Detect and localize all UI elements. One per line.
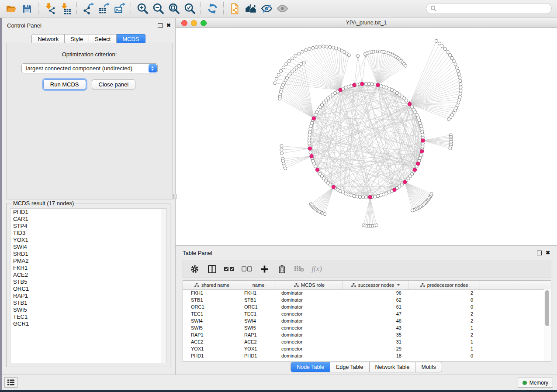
function-builder-button[interactable]: f(x) xyxy=(308,261,325,277)
table-cell: 47 xyxy=(343,311,408,316)
zoom-in-button[interactable] xyxy=(135,1,150,16)
table-row[interactable]: TEC1TEC1connector472 xyxy=(183,310,544,317)
create-column-button[interactable] xyxy=(256,261,273,277)
columns-icon xyxy=(208,265,216,273)
mcds-result-item[interactable]: YOX1 xyxy=(10,237,166,244)
save-session-button[interactable] xyxy=(19,1,35,16)
table-cell: dominator xyxy=(276,353,343,358)
mcds-result-item[interactable]: TID3 xyxy=(10,230,166,237)
table-cell: 46 xyxy=(343,318,408,323)
mcds-result-item[interactable]: STP4 xyxy=(10,223,166,230)
eye-icon xyxy=(277,3,288,14)
window-close-traffic-light[interactable] xyxy=(181,20,187,26)
toolbar-separator xyxy=(76,2,77,15)
mcds-result-item[interactable]: SWI5 xyxy=(10,306,166,313)
refresh-view-button[interactable] xyxy=(204,1,220,16)
mcds-result-item[interactable]: TEC1 xyxy=(10,313,166,320)
control-panel-float-button[interactable] xyxy=(158,23,163,28)
refresh-icon xyxy=(207,3,218,14)
column-header-shared-name[interactable]: shared name xyxy=(183,281,241,289)
session-home-button[interactable] xyxy=(243,1,259,16)
export-table-button[interactable] xyxy=(96,1,112,16)
table-row[interactable]: SWI4SWI4dominator462 xyxy=(183,317,544,324)
search-input[interactable] xyxy=(437,5,547,12)
close-panel-button[interactable]: Close panel xyxy=(92,79,136,89)
mcds-result-item[interactable]: PMA2 xyxy=(10,258,166,265)
mcds-result-item[interactable]: CAR1 xyxy=(10,216,166,223)
table-settings-button[interactable] xyxy=(186,261,203,277)
save-floppy-icon xyxy=(22,3,32,14)
mcds-result-item[interactable]: ORC1 xyxy=(10,285,166,292)
window-minimize-traffic-light[interactable] xyxy=(191,20,197,26)
optimization-criterion-select[interactable]: largest connected component (undirected) xyxy=(21,63,158,73)
window-zoom-traffic-light[interactable] xyxy=(201,20,207,26)
table-row[interactable]: RAP1RAP1dominator352 xyxy=(183,331,544,338)
zoom-out-icon xyxy=(152,3,164,14)
table-tab-motifs[interactable]: Motifs xyxy=(415,362,442,372)
search-field[interactable] xyxy=(426,3,552,14)
mcds-result-item[interactable]: SRD1 xyxy=(10,251,166,258)
import-network-button[interactable] xyxy=(42,1,58,16)
table-row[interactable]: STB1STB1dominator620 xyxy=(183,296,544,303)
table-tab-network-table[interactable]: Network Table xyxy=(370,362,416,372)
table-row[interactable]: ACE2ACE2connector311 xyxy=(183,338,544,345)
task-history-button[interactable] xyxy=(4,377,17,388)
memory-button[interactable]: Memory xyxy=(518,378,553,388)
zoom-fit-button[interactable] xyxy=(166,1,182,16)
mcds-result-item[interactable]: STB5 xyxy=(10,279,166,285)
network-window-titlebar[interactable]: YPA_prune.txt_1 xyxy=(176,18,557,28)
toolbar-separator xyxy=(201,2,201,15)
zoom-selected-button[interactable] xyxy=(182,1,197,16)
table-tab-edge-table[interactable]: Edge Table xyxy=(330,362,369,372)
mcds-result-list[interactable]: PHD1CAR1STP4TID3YOX1SWI4SRD1PMA2FKH1ACE2… xyxy=(10,208,166,363)
table-scrollbar[interactable] xyxy=(544,289,551,361)
select-all-rows-button[interactable] xyxy=(221,261,238,277)
column-header-successor-nodes[interactable]: successor nodes xyxy=(343,281,408,289)
show-columns-button[interactable] xyxy=(203,261,221,277)
criterion-selected-value: largest connected component (undirected) xyxy=(22,65,133,72)
mcds-result-item[interactable]: SWI4 xyxy=(10,244,166,251)
zoom-selected-icon xyxy=(184,3,196,14)
export-image-button[interactable] xyxy=(112,1,128,16)
table-tab-node-table[interactable]: Node Table xyxy=(291,362,330,372)
duplicate-network-button[interactable] xyxy=(227,1,243,16)
export-network-button[interactable] xyxy=(80,1,96,16)
show-all-button[interactable] xyxy=(274,1,290,16)
open-session-button[interactable] xyxy=(3,1,19,16)
import-table-button[interactable] xyxy=(58,1,73,16)
mcds-result-item[interactable]: RAP1 xyxy=(10,292,166,299)
control-panel-close-button[interactable]: ✖ xyxy=(166,23,171,28)
memory-status-dot-icon xyxy=(522,381,527,385)
mcds-list-scrollbar[interactable] xyxy=(161,209,166,363)
table-row[interactable]: PHD1PHD1dominator180 xyxy=(183,352,544,359)
table-cell: 0 xyxy=(408,353,480,358)
table-row[interactable]: ORC1ORC1dominator610 xyxy=(183,303,544,310)
mcds-result-item[interactable]: ACE2 xyxy=(10,272,166,279)
table-cell: 61 xyxy=(343,304,408,309)
table-panel-close-button[interactable]: ✖ xyxy=(546,251,550,255)
table-scrollbar-thumb[interactable] xyxy=(545,290,549,326)
mcds-result-item[interactable]: FKH1 xyxy=(10,265,166,272)
import-network-icon xyxy=(44,3,56,14)
table-cell: 35 xyxy=(343,332,408,337)
delete-table-button[interactable] xyxy=(291,261,308,277)
table-row[interactable]: SWI5SWI5connector431 xyxy=(183,324,544,331)
column-header-MCDS-role[interactable]: MCDS role xyxy=(276,281,343,289)
mcds-result-item[interactable]: STB1 xyxy=(10,299,166,306)
table-cell: TEC1 xyxy=(241,311,276,316)
toolbar-separator xyxy=(38,2,39,15)
network-canvas[interactable] xyxy=(176,28,557,245)
hide-selected-button[interactable] xyxy=(259,1,274,16)
mcds-result-item[interactable]: GCR1 xyxy=(10,320,166,327)
deselect-all-rows-button[interactable] xyxy=(238,261,256,277)
panel-splitter-handle[interactable] xyxy=(173,194,176,199)
mcds-result-item[interactable]: PHD1 xyxy=(10,209,166,216)
column-header-name[interactable]: name xyxy=(241,281,276,289)
column-header-predecessor-nodes[interactable]: predecessor nodes xyxy=(408,281,480,289)
delete-columns-button[interactable] xyxy=(273,261,291,277)
table-row[interactable]: FKH1FKH1dominator962 xyxy=(183,289,544,296)
table-panel-float-button[interactable] xyxy=(537,251,542,255)
zoom-out-button[interactable] xyxy=(150,1,166,16)
table-row[interactable]: YOX1YOX1connector291 xyxy=(183,345,544,352)
run-mcds-button[interactable]: Run MCDS xyxy=(43,79,86,89)
